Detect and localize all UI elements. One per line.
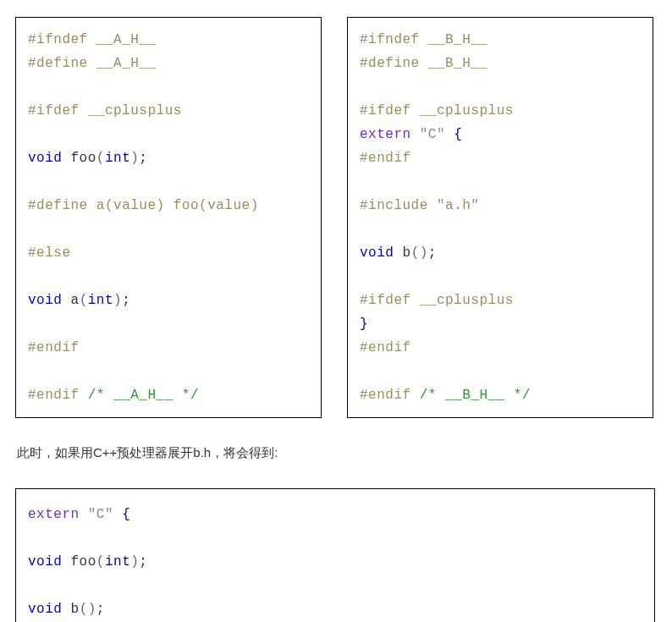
paren-open: ( — [96, 151, 105, 166]
kw-void: void — [28, 554, 62, 570]
code-block-a-h: #ifndef __A_H__ #define __A_H__ #ifdef _… — [15, 17, 322, 418]
kw-extern: extern — [28, 507, 80, 522]
pp-arg: a(value) foo(value) — [88, 198, 259, 213]
pp-endif: #endif — [28, 340, 80, 355]
pp-include: #include — [360, 198, 428, 213]
id-foo: foo — [71, 554, 96, 570]
kw-void: void — [360, 245, 394, 261]
id-b: b — [403, 245, 411, 261]
paren-open: ( — [80, 293, 88, 308]
semicolon: ; — [122, 293, 130, 308]
pp-ifdef: #ifdef — [360, 293, 411, 308]
paren-open: ( — [411, 245, 420, 261]
pp-define: #define — [28, 198, 88, 213]
paren-close: ) — [420, 245, 428, 261]
space — [113, 507, 122, 522]
kw-void: void — [28, 293, 62, 308]
semicolon: ; — [428, 245, 437, 261]
space — [445, 127, 454, 142]
pp-define: #define — [28, 56, 88, 71]
pp-endif: #endif — [28, 388, 80, 403]
pp-endif: #endif — [360, 388, 411, 403]
id-a: a — [71, 293, 80, 308]
paren-close: ) — [113, 293, 122, 308]
space — [411, 127, 420, 142]
space — [411, 388, 420, 403]
explain-text: 此时，如果用C++预处理器展开b.h，将会得到: — [15, 445, 657, 461]
str-c: "C" — [420, 127, 445, 142]
space — [62, 293, 70, 308]
id-foo: foo — [71, 151, 96, 166]
paren-close: ) — [130, 554, 139, 570]
pp-arg: __B_H__ — [420, 56, 488, 71]
top-code-row: #ifndef __A_H__ #define __A_H__ #ifdef _… — [15, 17, 657, 418]
kw-int: int — [105, 554, 130, 570]
pp-arg: __A_H__ — [88, 32, 157, 47]
semicolon: ; — [96, 602, 105, 617]
pp-define: #define — [360, 56, 420, 71]
id-b: b — [71, 602, 80, 617]
brace-open: { — [122, 507, 130, 522]
kw-void: void — [28, 602, 62, 617]
code-block-expanded: extern "C" { void foo(int); void b(); } — [15, 488, 655, 622]
str-include: "a.h" — [437, 198, 480, 213]
kw-extern: extern — [360, 127, 411, 142]
comment: /* __A_H__ */ — [88, 388, 199, 403]
space — [428, 198, 437, 213]
space — [394, 245, 402, 261]
kw-int: int — [105, 151, 130, 166]
pp-else: #else — [28, 245, 71, 261]
kw-void: void — [28, 151, 62, 166]
pp-ifndef: #ifndef — [360, 32, 420, 47]
space — [62, 602, 70, 617]
pp-arg: __cplusplus — [411, 103, 514, 118]
paren-close: ) — [130, 151, 139, 166]
space — [80, 388, 88, 403]
pp-endif: #endif — [360, 340, 411, 355]
pp-arg: __cplusplus — [411, 293, 514, 308]
semicolon: ; — [139, 554, 147, 570]
kw-int: int — [88, 293, 113, 308]
space — [80, 507, 88, 522]
pp-arg: __B_H__ — [420, 32, 488, 47]
pp-ifndef: #ifndef — [28, 32, 88, 47]
semicolon: ; — [139, 151, 147, 166]
pp-ifdef: #ifdef — [28, 103, 80, 118]
pp-ifdef: #ifdef — [360, 103, 411, 118]
space — [62, 151, 70, 166]
pp-arg: __cplusplus — [80, 103, 182, 118]
str-c: "C" — [88, 507, 113, 522]
code-block-b-h: #ifndef __B_H__ #define __B_H__ #ifdef _… — [347, 17, 653, 418]
paren-close: ) — [88, 602, 96, 617]
comment: /* __B_H__ */ — [420, 388, 531, 403]
pp-endif: #endif — [360, 151, 411, 166]
paren-open: ( — [96, 554, 105, 570]
space — [62, 554, 70, 570]
paren-open: ( — [80, 602, 88, 617]
brace-open: { — [454, 127, 462, 142]
brace-close: } — [360, 317, 368, 332]
pp-arg: __A_H__ — [88, 56, 157, 71]
